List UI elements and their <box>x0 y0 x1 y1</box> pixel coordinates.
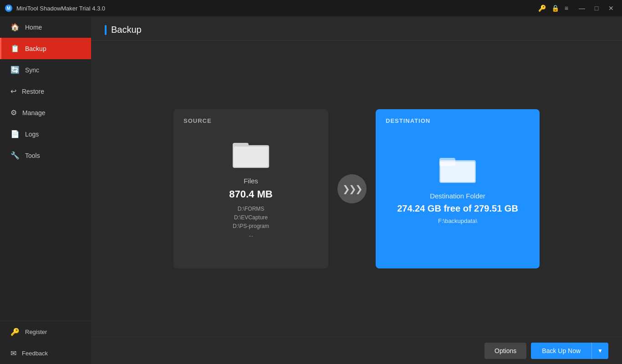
menu-icon[interactable]: ≡ <box>565 5 568 12</box>
close-button[interactable]: ✕ <box>605 2 617 15</box>
sidebar-item-feedback-label: Feedback <box>22 350 48 357</box>
logs-icon: 📄 <box>10 130 20 138</box>
source-path-more: ... <box>233 231 269 239</box>
source-card[interactable]: SOURCE Files 870.4 MB D:\FORMS D:\EVCapt… <box>173 109 328 268</box>
sidebar-item-logs[interactable]: 📄 Logs <box>0 123 91 145</box>
page-title: Backup <box>111 25 142 35</box>
layout: 🏠 Home 📋 Backup 🔄 Sync ↩ Restore ⚙ Manag… <box>0 16 622 364</box>
svg-text:M: M <box>7 6 10 11</box>
title-bar: M MiniTool ShadowMaker Trial 4.3.0 🔑 🔒 ≡… <box>0 0 622 16</box>
title-controls: — □ ✕ <box>576 2 617 15</box>
sidebar-item-register[interactable]: 🔑 Register <box>0 321 91 343</box>
source-label: SOURCE <box>184 117 212 124</box>
destination-free: 274.24 GB free of 279.51 GB <box>397 203 518 214</box>
title-icons: 🔑 🔒 ≡ <box>538 5 568 12</box>
sidebar-item-feedback[interactable]: ✉ Feedback <box>0 343 91 364</box>
main-content: Backup SOURCE Files 870.4 MB D:\FORMS <box>91 16 622 364</box>
sidebar: 🏠 Home 📋 Backup 🔄 Sync ↩ Restore ⚙ Manag… <box>0 16 91 364</box>
sidebar-item-sync[interactable]: 🔄 Sync <box>0 59 91 81</box>
destination-card[interactable]: DESTINATION Destination Folder 274.24 GB… <box>376 109 540 268</box>
sidebar-item-home-label: Home <box>25 24 42 31</box>
backup-dropdown-button[interactable]: ▼ <box>592 343 608 359</box>
source-folder-icon <box>233 138 269 170</box>
maximize-button[interactable]: □ <box>590 2 603 15</box>
destination-folder-icon <box>439 153 476 185</box>
svg-rect-7 <box>440 162 475 182</box>
home-icon: 🏠 <box>10 23 20 31</box>
sidebar-item-backup-label: Backup <box>25 45 46 52</box>
manage-icon: ⚙ <box>10 108 17 117</box>
sidebar-item-manage[interactable]: ⚙ Manage <box>0 102 91 123</box>
source-size: 870.4 MB <box>229 188 272 200</box>
page-header: Backup <box>91 16 622 41</box>
bottom-bar: Options Back Up Now ▼ <box>91 337 622 364</box>
options-button[interactable]: Options <box>484 343 526 359</box>
sidebar-item-home[interactable]: 🏠 Home <box>0 16 91 38</box>
sidebar-item-sync-label: Sync <box>25 66 39 74</box>
source-path-3: D:\PS-program <box>233 222 269 231</box>
app-logo: M <box>5 4 13 12</box>
restore-icon: ↩ <box>10 87 16 96</box>
feedback-icon: ✉ <box>10 349 16 358</box>
sidebar-bottom: 🔑 Register ✉ Feedback <box>0 321 91 364</box>
backup-icon: 📋 <box>10 44 20 53</box>
sidebar-item-restore[interactable]: ↩ Restore <box>0 81 91 102</box>
destination-path: F:\backupdata\ <box>438 217 477 224</box>
backup-button-group: Back Up Now ▼ <box>531 343 608 359</box>
arrow-icon: ❯❯❯ <box>342 183 362 194</box>
sidebar-item-restore-label: Restore <box>22 88 44 95</box>
sidebar-item-backup[interactable]: 📋 Backup <box>0 38 91 59</box>
sidebar-item-logs-label: Logs <box>25 131 39 138</box>
lock-icon[interactable]: 🔒 <box>551 5 559 12</box>
tools-icon: 🔧 <box>10 151 20 160</box>
source-path-2: D:\EVCapture <box>233 213 269 222</box>
svg-rect-4 <box>234 147 268 167</box>
register-icon: 🔑 <box>10 328 20 336</box>
app-title: MiniTool ShadowMaker Trial 4.3.0 <box>16 5 538 12</box>
source-paths: D:\FORMS D:\EVCapture D:\PS-program ... <box>233 205 269 240</box>
sidebar-item-tools-label: Tools <box>25 152 40 159</box>
sidebar-item-tools[interactable]: 🔧 Tools <box>0 145 91 166</box>
sidebar-item-register-label: Register <box>25 329 47 335</box>
sidebar-item-manage-label: Manage <box>22 109 46 116</box>
sync-icon: 🔄 <box>10 66 20 74</box>
source-type-label: Files <box>244 177 258 185</box>
cards-area: SOURCE Files 870.4 MB D:\FORMS D:\EVCapt… <box>91 41 622 337</box>
arrow-button[interactable]: ❯❯❯ <box>337 174 367 203</box>
header-accent <box>105 25 107 35</box>
destination-type-label: Destination Folder <box>430 192 485 200</box>
destination-label: DESTINATION <box>386 117 430 124</box>
source-path-1: D:\FORMS <box>233 205 269 213</box>
backup-now-button[interactable]: Back Up Now <box>531 343 592 359</box>
key-icon[interactable]: 🔑 <box>538 5 546 12</box>
minimize-button[interactable]: — <box>576 2 588 15</box>
